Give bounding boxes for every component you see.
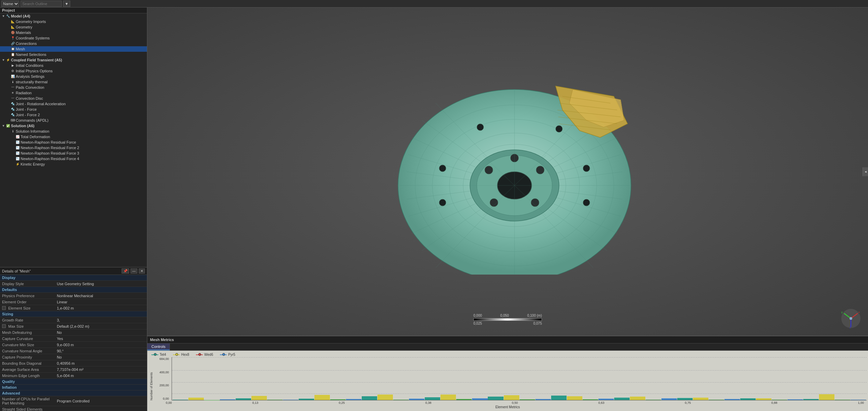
details-close-button[interactable]: ✕ [139,268,145,274]
chart-bars-area [172,357,867,400]
tree-item-model[interactable]: ▼ 🔧 Model (A4) [0,13,147,19]
detail-row-capture-proximity: Capture ProximityNo [0,354,147,360]
tree-icon-conv_disc: 〰 [10,96,15,101]
bar-blue [409,399,424,400]
search-input[interactable] [21,1,62,7]
detail-row-bounding-box-diagonal: Bounding Box Diagonal0,40956 m [0,360,147,366]
detail-key-label: Number of CPUs for Parallel Part Meshing [2,397,53,405]
svg-point-38 [583,165,590,172]
viewport-3d[interactable]: 0,000 0,050 0,100 (m) 0,025 0,075 [147,8,868,336]
tree-item-geometry[interactable]: 📐 Geometry [0,24,147,30]
tree-item-init_phys[interactable]: ⚙ Initial Physics Options [0,68,147,74]
tree-item-radiation[interactable]: ☀ Radiation [0,90,147,96]
bar-teal [173,400,188,400]
details-pin-button[interactable]: 📌 [122,268,129,274]
tree-item-nr_force2[interactable]: 📉 Newton-Raphson Residual Force 2 [0,145,147,150]
search-expand-button[interactable]: ▼ [63,1,70,7]
legend-item-hex8: Hex8 [173,353,189,356]
project-tree-header: Project [0,8,147,13]
tree-item-mesh[interactable]: 🔲 Mesh [0,46,147,52]
legend-line [220,354,227,355]
tree-label-conv_disc: Convection Disc [16,96,43,100]
section-advanced: Advanced [0,390,147,396]
expand-btn-model[interactable]: ▼ [1,14,5,18]
tree-item-pads_conv[interactable]: 〰 Pads Convection [0,85,147,90]
tree-item-total_def[interactable]: 📈 Total Deformation [0,134,147,140]
detail-checkbox[interactable] [2,324,6,328]
detail-checkbox[interactable] [2,306,6,310]
tree-item-materials[interactable]: 🟤 Materials [0,30,147,35]
bar-blue [661,398,677,400]
tree-item-kinetic[interactable]: ⚡ Kinetic Energy [0,161,147,167]
tree-label-struct_thermal: structurally thermal [16,80,48,84]
tree-item-struct_thermal[interactable]: 🌡 structurally thermal [0,79,147,85]
tree-icon-kinetic: ⚡ [15,162,20,167]
tree-icon-total_def: 📈 [15,134,20,139]
detail-value: Use Geometry Setting [55,281,147,287]
section-defaults: Defaults [0,287,147,293]
tree-item-coupled[interactable]: ▼ ⚡ Coupled Field Transient (A5) [0,57,147,63]
detail-row-mesh-defeaturing: Mesh DefeaturingNo [0,329,147,336]
tree-item-solution[interactable]: ▼ ✅ Solution (A6) [0,123,147,129]
bar-yellow [567,396,582,400]
detail-key: Display Style [0,281,55,287]
mesh-metrics-header: Mesh Metrics [147,336,868,343]
mesh-metrics-tabs: Controls [147,343,868,351]
tree-item-commands[interactable]: ⌨ Commands (APDL) [0,118,147,123]
detail-value: 5,e-004 m [55,373,147,378]
details-minimize-button[interactable]: — [131,268,137,274]
detail-key: Bounding Box Diagonal [0,360,55,366]
bar-group-2 [299,357,361,400]
x-axis-tick: 0,25 [339,401,345,404]
detail-key-label: Average Surface Area [2,367,39,372]
x-axis-tick: 0,13 [252,401,259,404]
tree-item-nr_force3[interactable]: 📉 Newton-Raphson Residual Force 3 [0,150,147,156]
tree-item-nr_force4[interactable]: 📉 Newton-Raphson Residual Force 4 [0,156,147,161]
tab-controls[interactable]: Controls [147,343,170,350]
name-dropdown[interactable]: Name [1,1,19,7]
tree-icon-nr_force3: 📉 [15,151,20,156]
tree-item-conv_disc[interactable]: 〰 Convection Disc [0,96,147,101]
bar-teal [425,397,440,400]
tree-item-coord_sys[interactable]: 📍 Coordinate Systems [0,35,147,41]
y-axis-tick: 0,00 [163,397,169,400]
bar-yellow [251,396,267,400]
tree-item-init_cond[interactable]: ▶ Initial Conditions [0,63,147,68]
bar-teal [362,396,377,400]
tree-item-joint_force2[interactable]: 🔩 Joint - Force 2 [0,112,147,118]
tree-item-analysis[interactable]: 📊 Analysis Settings [0,74,147,79]
detail-value: Yes [55,336,147,341]
scale-label-025: 0,025 [473,322,482,325]
detail-row-curvature-min-size: Curvature Min Size9,e-003 m [0,342,147,348]
expand-btn-coupled[interactable]: ▼ [1,58,5,62]
bar-group-0 [173,357,235,400]
tree-item-joint_force[interactable]: 🔩 Joint - Force [0,107,147,112]
bar-green [393,400,409,400]
detail-key: Minimum Edge Length [0,373,55,378]
detail-value: Nonlinear Mechanical [55,293,147,299]
y-axis-tick: 684,00 [159,357,169,361]
y-axis-tick: 400,00 [159,371,169,374]
bar-yellow [693,398,708,400]
detail-key: Element Order [0,299,55,305]
tree-label-geometry: Geometry [16,25,32,29]
bar-group-7 [614,357,677,400]
tree-label-nr_force1: Newton-Raphson Residual Force [21,140,76,144]
legend-label: Pyr5 [228,353,235,356]
expand-btn-solution[interactable]: ▼ [1,124,5,128]
tree-icon-nr_force1: 📉 [15,140,20,145]
tree-item-joint_rot[interactable]: 🔩 Joint - Rotational Acceleration [0,101,147,107]
right-side-tab[interactable]: ◄ [863,167,868,176]
tree-item-geom_imports[interactable]: 📐 Geometry Imports [0,19,147,24]
svg-text:y: y [841,311,843,314]
bar-yellow [819,394,834,400]
chart-main: Number of Elements 684,00400,00200,000,0… [149,357,867,400]
tree-item-named_sel[interactable]: 📋 Named Selections [0,52,147,57]
detail-key-label: Curvature Min Size [2,343,34,347]
detail-key: Physics Preference [0,293,55,299]
legend-label: Wed6 [204,353,213,356]
tree-item-sol_info[interactable]: ℹ Solution Information [0,129,147,134]
detail-key-label: Physics Preference [2,294,35,298]
tree-item-connections[interactable]: 🔗 Connections [0,41,147,46]
tree-item-nr_force1[interactable]: 📉 Newton-Raphson Residual Force [0,140,147,145]
